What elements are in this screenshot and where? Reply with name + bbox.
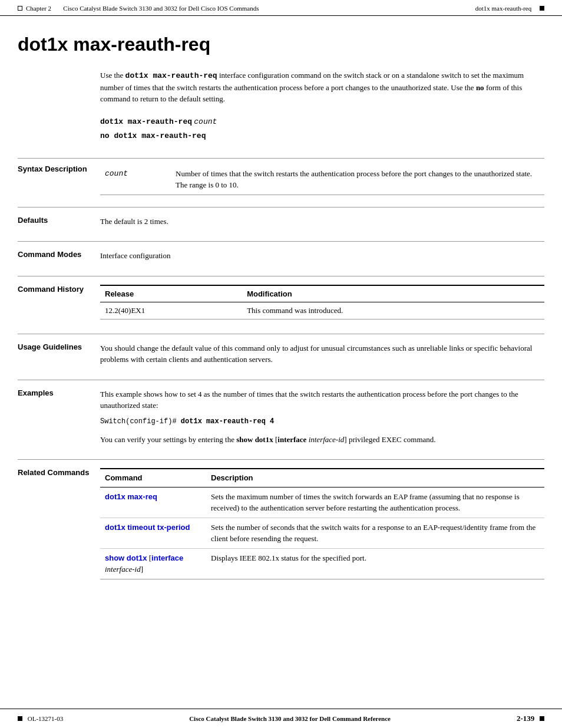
syntax-param-count: count: [100, 164, 171, 195]
history-col-modification: Modification: [242, 285, 544, 302]
footer-center: Cisco Catalyst Blade Switch 3130 and 303…: [63, 715, 517, 722]
syntax-table: count Number of times that the switch re…: [100, 164, 544, 195]
command-history-label: Command History: [18, 285, 100, 319]
related-cmd-link-2[interactable]: dot1x timeout tx-period: [105, 523, 190, 532]
related-col-description: Description: [206, 469, 544, 487]
syntax-arg1: count: [194, 117, 217, 126]
examples-outro-pre: You can verify your settings by entering…: [100, 435, 236, 444]
related-cmd-link-3b[interactable]: interface: [151, 554, 183, 562]
related-commands-label: Related Commands: [18, 468, 100, 579]
related-col-command: Command: [100, 469, 206, 487]
usage-guidelines-section: Usage Guidelines You should change the d…: [18, 334, 544, 374]
usage-guidelines-content: You should change the default value of t…: [100, 342, 544, 365]
page-footer: OL-13271-03 Cisco Catalyst Blade Switch …: [0, 709, 562, 728]
page-header: Chapter 2 Cisco Catalyst Blade Switch 31…: [0, 0, 562, 16]
related-cmd-1: dot1x max-req: [100, 487, 206, 518]
footer-right-icon: [540, 716, 544, 721]
usage-guidelines-label: Usage Guidelines: [18, 342, 100, 365]
page-title: dot1x max-reauth-req: [18, 34, 544, 55]
related-cmd-2: dot1x timeout tx-period: [100, 518, 206, 548]
command-modes-section: Command Modes Interface configuration: [18, 241, 544, 270]
examples-outro: You can verify your settings by entering…: [100, 434, 544, 446]
main-content: dot1x max-reauth-req Use the dot1x max-r…: [0, 16, 562, 623]
examples-code-prefix: Switch(config-if)#: [100, 417, 181, 426]
footer-doc-number: OL-13271-03: [28, 715, 64, 722]
description-intro: Use the: [100, 71, 125, 80]
history-release-1: 12.2(40)EX1: [100, 302, 242, 319]
related-commands-content: Command Description dot1x max-req Sets t…: [100, 468, 544, 579]
related-row-2: dot1x timeout tx-period Sets the number …: [100, 518, 544, 548]
description-no: no: [476, 83, 484, 92]
command-modes-label: Command Modes: [18, 250, 100, 262]
defaults-label: Defaults: [18, 216, 100, 228]
examples-intro: This example shows how to set 4 as the n…: [100, 388, 544, 411]
related-desc-3: Displays IEEE 802.1x status for the spec…: [206, 548, 544, 579]
related-cmd-close: ]: [141, 565, 143, 574]
related-desc-2: Sets the number of seconds that the swit…: [206, 518, 544, 548]
syntax-row-count: count Number of times that the switch re…: [100, 164, 544, 195]
examples-section: Examples This example shows how to set 4…: [18, 380, 544, 454]
syntax-cmd2: no dot1x max-reauth-req: [100, 131, 206, 140]
related-cmd-3: show dot1x [interfaceinterface-id]: [100, 548, 206, 579]
related-row-1: dot1x max-req Sets the maximum number of…: [100, 487, 544, 518]
defaults-section: Defaults The default is 2 times.: [18, 207, 544, 236]
syntax-description-section: Syntax Description count Number of times…: [18, 158, 544, 201]
command-history-content: Release Modification 12.2(40)EX1 This co…: [100, 285, 544, 319]
related-cmd-italic: interface-id: [105, 565, 141, 574]
related-cmd-link-3a[interactable]: show dot1x: [105, 554, 147, 562]
history-mod-1: This command was introduced.: [242, 302, 544, 319]
syntax-desc-count: Number of times that the switch restarts…: [171, 164, 544, 195]
command-history-section: Command History Release Modification 12.…: [18, 276, 544, 328]
syntax-cmd1: dot1x max-reauth-req: [100, 117, 192, 126]
defaults-content: The default is 2 times.: [100, 216, 544, 228]
syntax-description-label: Syntax Description: [18, 164, 100, 195]
history-header-row: Release Modification: [100, 285, 544, 302]
related-header-row: Command Description: [100, 469, 544, 487]
description-command: dot1x max-reauth-req: [125, 71, 217, 80]
examples-code: Switch(config-if)# dot1x max-reauth-req …: [100, 416, 544, 427]
examples-interface-italic: interface-id: [306, 435, 344, 444]
examples-show-cmd: show dot1x: [236, 435, 273, 444]
chapter-label: Chapter 2: [26, 5, 51, 12]
header-square-icon: [18, 6, 22, 11]
syntax-line1: dot1x max-reauth-req count: [100, 117, 544, 126]
syntax-line2: no dot1x max-reauth-req: [100, 131, 544, 140]
history-table: Release Modification 12.2(40)EX1 This co…: [100, 285, 544, 319]
related-desc-1: Sets the maximum number of times the swi…: [206, 487, 544, 518]
syntax-description-content: count Number of times that the switch re…: [100, 164, 544, 195]
history-row-1: 12.2(40)EX1 This command was introduced.: [100, 302, 544, 319]
description-block: Use the dot1x max-reauth-req interface c…: [100, 70, 544, 105]
examples-label: Examples: [18, 388, 100, 446]
history-col-release: Release: [100, 285, 242, 302]
examples-outro-end: privileged EXEC command.: [347, 435, 436, 444]
examples-content: This example shows how to set 4 as the n…: [100, 388, 544, 446]
related-table: Command Description dot1x max-req Sets t…: [100, 468, 544, 579]
header-title: Cisco Catalyst Blade Switch 3130 and 303…: [63, 5, 259, 12]
command-modes-content: Interface configuration: [100, 250, 544, 262]
related-commands-section: Related Commands Command Description dot…: [18, 459, 544, 588]
related-cmd-link-1[interactable]: dot1x max-req: [105, 492, 157, 501]
header-right: dot1x max-reauth-req: [475, 5, 544, 12]
related-row-3: show dot1x [interfaceinterface-id] Displ…: [100, 548, 544, 579]
footer-right: 2-139: [517, 714, 544, 723]
footer-left-icon: [18, 716, 22, 721]
related-cmd-bracket: [: [147, 554, 152, 562]
footer-left: OL-13271-03: [18, 715, 63, 722]
header-command-ref: dot1x max-reauth-req: [475, 5, 532, 12]
header-left: Chapter 2 Cisco Catalyst Blade Switch 31…: [18, 5, 259, 12]
examples-code-command: dot1x max-reauth-req 4: [181, 417, 274, 426]
footer-page-number: 2-139: [517, 714, 534, 723]
examples-interface-bold: interface: [277, 435, 306, 444]
